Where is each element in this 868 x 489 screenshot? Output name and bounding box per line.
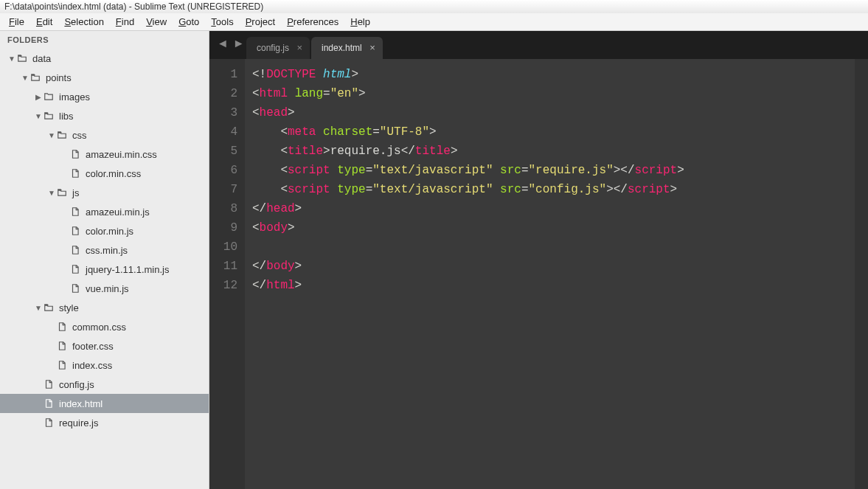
code-line[interactable]: <meta charset="UTF-8">	[252, 122, 847, 142]
tree-item-label: footer.css	[72, 341, 114, 352]
chevron-right-icon[interactable]: ▶	[34, 93, 43, 101]
tree-file[interactable]: css.min.js	[0, 240, 209, 260]
file-icon	[69, 167, 81, 179]
sidebar[interactable]: FOLDERS ▼data▼points▶images▼libs▼cssamaz…	[0, 31, 209, 489]
code-line[interactable]: <head>	[252, 103, 847, 122]
tree-file[interactable]: amazeui.min.css	[0, 145, 209, 164]
tree-item-label: index.css	[72, 360, 112, 371]
code-line[interactable]: </body>	[252, 257, 847, 276]
tree-file[interactable]: jquery-1.11.1.min.js	[0, 260, 209, 279]
tree-item-label: color.min.js	[86, 226, 133, 237]
file-icon	[56, 340, 68, 352]
tree-folder[interactable]: ▼css	[0, 125, 209, 145]
code-content[interactable]: <!DOCTYPE html><html lang="en"><head> <m…	[245, 59, 855, 489]
menu-tools[interactable]: Tools	[205, 15, 239, 29]
tree-file[interactable]: vue.min.js	[0, 279, 209, 298]
line-number: 4	[209, 122, 237, 142]
menu-view[interactable]: View	[140, 15, 173, 29]
file-icon	[69, 244, 81, 256]
menu-file[interactable]: File	[3, 15, 30, 29]
code-line[interactable]: <body>	[252, 218, 847, 237]
tree-file[interactable]: config.js	[0, 375, 209, 394]
tree-item-label: config.js	[59, 379, 94, 390]
file-icon	[69, 206, 81, 218]
chevron-down-icon[interactable]: ▼	[34, 112, 43, 120]
tab-label: index.html	[322, 43, 362, 53]
minimap[interactable]	[855, 59, 868, 489]
tree-item-label: points	[46, 72, 72, 83]
tab-nav-back-icon[interactable]: ◄	[217, 37, 229, 50]
file-icon	[69, 282, 81, 294]
menu-selection[interactable]: Selection	[58, 15, 109, 29]
tree-folder[interactable]: ▼points	[0, 68, 209, 87]
tab-label: config.js	[257, 43, 289, 53]
chevron-down-icon[interactable]: ▼	[21, 74, 29, 82]
tree-folder[interactable]: ▼data	[0, 49, 209, 68]
code-line[interactable]: <script type="text/javascript" src="conf…	[252, 180, 847, 199]
window-title: F:\data\points\index.html (data) - Subli…	[4, 1, 263, 12]
tree-item-label: jquery-1.11.1.min.js	[86, 264, 169, 275]
code-line[interactable]: </head>	[252, 199, 847, 218]
chevron-down-icon[interactable]: ▼	[7, 55, 16, 63]
file-icon	[43, 378, 55, 390]
chevron-down-icon[interactable]: ▼	[47, 189, 56, 197]
tree-item-label: color.min.css	[86, 168, 141, 179]
line-number: 3	[209, 103, 237, 122]
tree-item-label: amazeui.min.css	[86, 149, 157, 160]
tree-folder[interactable]: ▼libs	[0, 106, 209, 125]
tree-file[interactable]: footer.css	[0, 336, 209, 356]
tree-item-label: css	[72, 130, 87, 141]
window-titlebar: F:\data\points\index.html (data) - Subli…	[0, 0, 868, 13]
folder-icon	[16, 52, 28, 64]
line-number: 11	[209, 257, 237, 276]
file-icon	[69, 225, 81, 237]
menu-edit[interactable]: Edit	[30, 15, 58, 29]
tree-file[interactable]: index.html	[0, 394, 209, 413]
line-number: 8	[209, 199, 237, 218]
tab-nav-forward-icon[interactable]: ►	[233, 37, 245, 50]
line-number: 1	[209, 65, 237, 84]
menu-find[interactable]: Find	[110, 15, 140, 29]
tab-nav-arrows[interactable]: ◄ ►	[217, 37, 245, 50]
tree-folder[interactable]: ▶images	[0, 87, 209, 106]
tree-file[interactable]: require.js	[0, 413, 209, 432]
close-icon[interactable]: ×	[296, 42, 302, 53]
code-line[interactable]	[252, 237, 847, 257]
menu-goto[interactable]: Goto	[173, 15, 205, 29]
line-number: 12	[209, 276, 237, 295]
tree-item-label: data	[32, 53, 51, 64]
file-icon	[56, 321, 68, 333]
code-area[interactable]: 123456789101112 <!DOCTYPE html><html lan…	[209, 59, 868, 489]
tree-item-label: images	[59, 91, 90, 103]
code-line[interactable]: </html>	[252, 276, 847, 295]
tab[interactable]: index.html×	[311, 37, 383, 59]
tree-item-label: css.min.js	[86, 245, 128, 256]
folder-icon	[56, 129, 68, 141]
tree-folder[interactable]: ▼style	[0, 298, 209, 317]
file-icon	[43, 398, 55, 409]
tree-file[interactable]: common.css	[0, 317, 209, 336]
tab[interactable]: config.js×	[246, 37, 310, 59]
file-icon	[43, 417, 55, 429]
tree-file[interactable]: index.css	[0, 356, 209, 375]
tree-folder[interactable]: ▼js	[0, 183, 209, 202]
menu-preferences[interactable]: Preferences	[281, 15, 344, 29]
tree-file[interactable]: color.min.css	[0, 164, 209, 183]
code-line[interactable]: <script type="text/javascript" src="requ…	[252, 161, 847, 180]
folder-tree[interactable]: ▼data▼points▶images▼libs▼cssamazeui.min.…	[0, 49, 209, 432]
code-line[interactable]: <!DOCTYPE html>	[252, 65, 847, 84]
code-line[interactable]: <html lang="en">	[252, 84, 847, 103]
tree-file[interactable]: color.min.js	[0, 221, 209, 240]
chevron-down-icon[interactable]: ▼	[47, 131, 56, 139]
tree-file[interactable]: amazeui.min.js	[0, 202, 209, 221]
menu-help[interactable]: Help	[344, 15, 376, 29]
tree-item-label: vue.min.js	[86, 283, 129, 294]
line-number: 6	[209, 161, 237, 180]
tree-item-label: libs	[59, 111, 74, 122]
chevron-down-icon[interactable]: ▼	[34, 304, 43, 312]
line-number: 7	[209, 180, 237, 199]
code-line[interactable]: <title>require.js</title>	[252, 142, 847, 161]
close-icon[interactable]: ×	[369, 42, 375, 53]
line-number: 5	[209, 142, 237, 161]
menu-project[interactable]: Project	[240, 15, 281, 29]
